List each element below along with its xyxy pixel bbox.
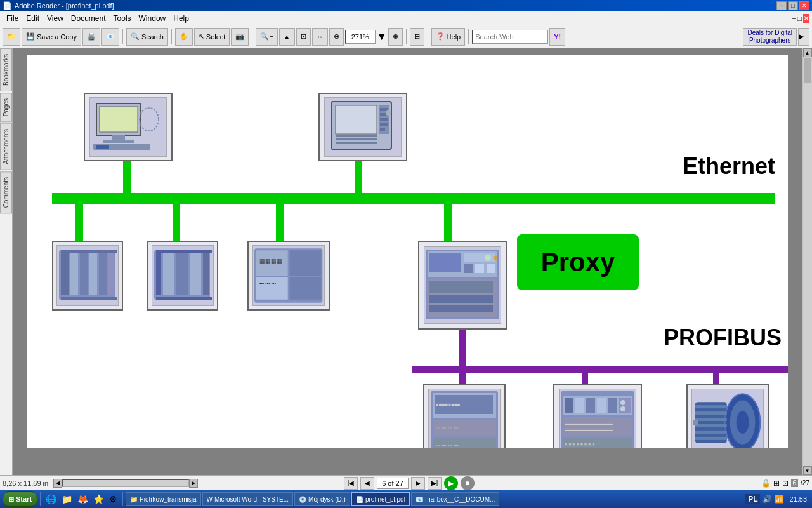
read-stop-button[interactable]: ■ [461,476,475,490]
print-icon: 🖨️ [87,32,96,41]
h-scroll-track[interactable] [62,479,189,487]
system-tray: PL 🔊 📶 21:53 [745,494,809,504]
svg-text:▪▪▪ ▪▪▪ ▪▪▪ ▪▪▪: ▪▪▪ ▪▪▪ ▪▪▪ ▪▪▪ [436,425,459,430]
taskbar-item-profinet[interactable]: 📄 profinet_pl.pdf [351,492,410,506]
device-plc1 [52,241,123,311]
snapshot-icon: 📷 [235,32,244,41]
svg-rect-24 [99,252,107,295]
svg-rect-22 [80,252,88,295]
print-button[interactable]: 🖨️ [82,28,100,46]
save-copy-button[interactable]: 💾 Save a Copy [22,28,81,46]
bookmarks-tab[interactable]: Bookmarks [0,48,12,91]
zoom-in-button[interactable]: ⊕ [388,28,403,46]
window-controls[interactable]: − □ ✕ [776,1,809,10]
page-nav: |◀ ◀ 6 of 27 ▶ ▶| ▶ ■ [344,476,475,490]
disk-icon: 💿 [299,496,306,503]
app-minimize-btn[interactable]: − [792,14,796,23]
select-tool-button[interactable]: ↖ Select [194,28,230,46]
taskbar-item-transmisja[interactable]: 📁 Piotrkow_transmisja [126,492,200,506]
zoom-input[interactable]: 271% [345,30,376,44]
taskbar-item-mydisk[interactable]: 💿 Mój dysk (D:) [294,492,350,506]
fit-page-button[interactable]: ⊡ [296,28,311,46]
svg-rect-38 [290,250,322,276]
start-button[interactable]: ⊞ Start [3,491,37,507]
scroll-down-arrow[interactable]: ▼ [803,466,812,475]
menu-window[interactable]: Window [135,13,170,24]
tray-lang[interactable]: PL [745,494,760,504]
svg-rect-32 [190,252,201,295]
yahoo-button[interactable]: Y! [549,28,565,46]
menu-view[interactable]: View [43,13,67,24]
device-prof2-inner: ▬▬▬▬▬▬▬▬▬▬▬ ▬▬▬▬▬▬▬▬▬▬▬ ■ ■ ■ ■ ■ ■ ■ ■ [559,389,636,448]
quicklaunch-star-icon[interactable]: ⭐ [91,494,106,504]
page-input[interactable]: 6 of 27 [377,478,409,489]
profibus-bus [412,366,788,373]
taskbar-item-mailbox[interactable]: 📧 mailbox__C__DOCUM... [411,492,499,506]
connector-plc2 [173,193,180,241]
tray-network[interactable]: 📶 [775,495,784,504]
deals-button[interactable]: Deals for Digital Photographers [743,28,797,46]
app-restore-btn[interactable]: □ [797,14,802,23]
minimize-btn[interactable]: − [776,1,787,10]
last-page-button[interactable]: ▶| [428,477,442,490]
quicklaunch-fox-icon[interactable]: 🦊 [75,494,90,504]
scroll-up-arrow[interactable]: ▲ [803,48,812,57]
quicklaunch-gear-icon[interactable]: ⚙ [107,494,119,504]
scroll-thumb[interactable] [804,58,811,83]
zoom-dropdown-icon[interactable]: ▼ [377,31,387,43]
first-page-button[interactable]: |◀ [344,477,358,490]
email-button[interactable]: 📧 [102,28,119,46]
hand-tool-button[interactable]: ✋ [175,28,193,46]
next-page-button[interactable]: ▶ [411,477,425,490]
page-size: 8,26 x 11,69 in [3,479,48,487]
menu-document[interactable]: Document [67,13,110,24]
svg-rect-10 [380,108,388,111]
nav-button[interactable]: ⊞ [410,28,424,46]
restore-btn[interactable]: □ [788,1,798,10]
fit-width-button[interactable]: ↔ [312,28,328,46]
svg-rect-74 [563,417,632,436]
zoom-out-button[interactable]: 🔍− [256,28,277,46]
device-pc2 [318,93,407,161]
deals-arrow-button[interactable]: ▶ [798,28,809,46]
attachments-tab[interactable]: Attachments [0,123,12,170]
quicklaunch-folder-icon[interactable]: 📁 [60,494,74,504]
svg-text:▪▪▪ ▪▪▪ ▪▪▪: ▪▪▪ ▪▪▪ ▪▪▪ [259,281,277,286]
quicklaunch-ie-icon[interactable]: 🌐 [44,494,58,504]
svg-rect-23 [89,252,97,295]
pdf-area[interactable]: Ethernet [13,48,802,475]
read-aloud-button[interactable]: ▶ [444,476,458,490]
app-close-btn[interactable]: ✕ [803,14,809,23]
hand-icon: ✋ [180,32,188,41]
scroll-track[interactable] [803,57,812,466]
open-button[interactable]: 📁 [3,28,20,46]
svg-rect-84 [695,411,727,415]
comments-tab[interactable]: Comments [0,171,12,213]
snapshot-button[interactable]: 📷 [231,28,249,46]
help-button[interactable]: ❓ Help [431,28,466,46]
word-icon: W [207,496,213,503]
svg-rect-52 [429,295,493,303]
zoom-out-btn2[interactable]: ⊖ [329,28,344,46]
h-scroll-left[interactable]: ◀ [53,479,62,488]
menu-tools[interactable]: Tools [110,13,135,24]
menu-help[interactable]: Help [169,13,193,24]
tray-volume[interactable]: 🔊 [763,495,772,504]
pages-tab[interactable]: Pages [0,93,12,122]
connector-plc3 [276,193,284,241]
svg-point-4 [140,108,159,131]
prev-page-button[interactable]: ◀ [360,477,374,490]
status-icon-2: ⊞ [773,479,780,488]
h-scroll-right[interactable]: ▶ [189,479,198,488]
close-btn[interactable]: ✕ [799,1,809,10]
svg-text:▪▪▪ ▪▪▪ ▪▪▪ ▪▪▪: ▪▪▪ ▪▪▪ ▪▪▪ ▪▪▪ [436,443,459,448]
menu-edit[interactable]: Edit [22,13,43,24]
svg-text:▦▦▦▦: ▦▦▦▦ [259,258,282,264]
zoom-prev-button[interactable]: ▲ [279,28,295,46]
menu-file[interactable]: File [3,13,22,24]
search-web-input[interactable] [472,30,548,44]
device-gateway [418,241,507,330]
svg-point-73 [620,406,625,411]
search-button[interactable]: 🔍 Search [126,28,168,46]
taskbar-item-word[interactable]: W Microsoft Word - SYSTE... [202,492,294,506]
